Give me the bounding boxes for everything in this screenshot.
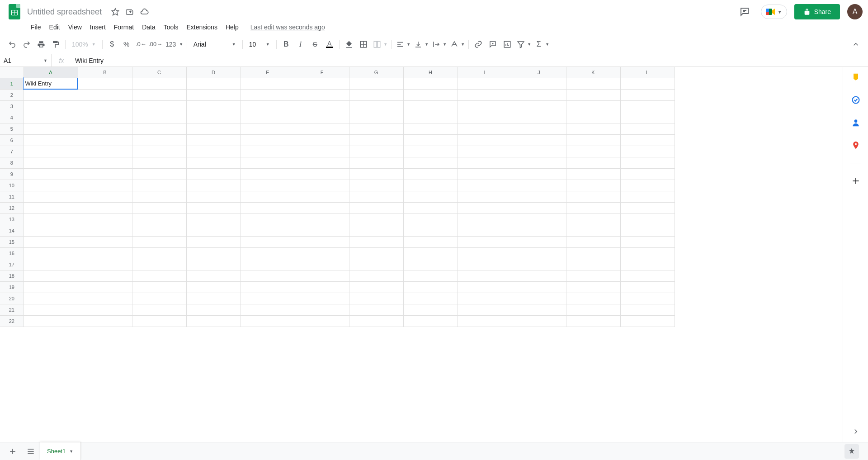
cell[interactable]	[295, 134, 349, 146]
cell[interactable]	[403, 281, 458, 293]
comments-button[interactable]	[736, 3, 754, 21]
cell[interactable]	[512, 134, 566, 146]
cell[interactable]	[295, 146, 349, 157]
cell[interactable]	[241, 202, 295, 213]
row-header[interactable]: 18	[0, 270, 24, 281]
currency-button[interactable]: $	[105, 38, 119, 51]
cell[interactable]	[620, 112, 675, 123]
cell[interactable]	[24, 146, 78, 157]
cloud-status-icon[interactable]	[140, 7, 149, 16]
row-header[interactable]: 11	[0, 191, 24, 202]
sheets-logo[interactable]	[5, 3, 24, 21]
cell[interactable]	[295, 78, 349, 89]
cell[interactable]	[241, 123, 295, 134]
cell[interactable]	[132, 78, 186, 89]
cell[interactable]	[24, 259, 78, 270]
cell[interactable]	[349, 259, 403, 270]
redo-button[interactable]	[20, 38, 33, 51]
add-addon-button[interactable]	[851, 176, 861, 186]
cell[interactable]	[186, 123, 241, 134]
maps-icon[interactable]	[851, 140, 861, 150]
increase-decimal-button[interactable]: .00→	[149, 38, 162, 51]
row-header[interactable]: 2	[0, 89, 24, 100]
column-header[interactable]: K	[566, 67, 620, 78]
cell[interactable]	[241, 247, 295, 259]
cell[interactable]	[24, 270, 78, 281]
cell[interactable]	[458, 270, 512, 281]
cell[interactable]	[620, 225, 675, 236]
cell[interactable]	[241, 236, 295, 247]
formula-input[interactable]: Wiki Entry	[71, 57, 868, 64]
column-header[interactable]: F	[295, 67, 349, 78]
cell[interactable]	[512, 89, 566, 100]
cell[interactable]	[186, 315, 241, 327]
cell[interactable]	[24, 293, 78, 304]
cell[interactable]	[403, 123, 458, 134]
cell[interactable]	[512, 123, 566, 134]
cell[interactable]	[458, 202, 512, 213]
cell[interactable]	[132, 259, 186, 270]
cell[interactable]	[24, 134, 78, 146]
cell[interactable]: Wiki Entry	[24, 78, 78, 89]
cell[interactable]	[132, 315, 186, 327]
cell[interactable]	[620, 281, 675, 293]
fill-color-button[interactable]	[342, 38, 356, 51]
cell[interactable]	[512, 304, 566, 315]
cell[interactable]	[349, 180, 403, 191]
row-header[interactable]: 5	[0, 123, 24, 134]
font-size-select[interactable]: 10 ▼	[245, 41, 274, 48]
cell[interactable]	[78, 225, 132, 236]
cell[interactable]	[566, 213, 620, 225]
cell[interactable]	[403, 180, 458, 191]
name-box[interactable]: A1 ▼	[0, 54, 52, 66]
cell[interactable]	[349, 146, 403, 157]
cell[interactable]	[241, 146, 295, 157]
percent-button[interactable]: %	[120, 38, 133, 51]
cell[interactable]	[458, 236, 512, 247]
cell[interactable]	[403, 112, 458, 123]
cell[interactable]	[566, 146, 620, 157]
select-all-cell[interactable]	[0, 67, 24, 78]
number-format-select[interactable]: 123 ▼	[163, 38, 184, 51]
cell[interactable]	[349, 123, 403, 134]
cell[interactable]	[566, 168, 620, 180]
row-header[interactable]: 13	[0, 213, 24, 225]
cell[interactable]	[403, 168, 458, 180]
cell[interactable]	[458, 315, 512, 327]
cell[interactable]	[24, 180, 78, 191]
cell[interactable]	[295, 236, 349, 247]
cell[interactable]	[458, 112, 512, 123]
cell[interactable]	[566, 202, 620, 213]
cell[interactable]	[349, 247, 403, 259]
cell[interactable]	[24, 281, 78, 293]
cell[interactable]	[186, 259, 241, 270]
cell[interactable]	[620, 78, 675, 89]
cell[interactable]	[566, 270, 620, 281]
cell[interactable]	[512, 180, 566, 191]
cell[interactable]	[24, 315, 78, 327]
keep-icon[interactable]	[851, 72, 861, 82]
cell[interactable]	[458, 213, 512, 225]
cell[interactable]	[78, 146, 132, 157]
cell[interactable]	[186, 236, 241, 247]
cell[interactable]	[241, 180, 295, 191]
cell[interactable]	[566, 304, 620, 315]
cell[interactable]	[349, 134, 403, 146]
cell[interactable]	[620, 191, 675, 202]
cell[interactable]	[458, 134, 512, 146]
row-header[interactable]: 3	[0, 100, 24, 112]
cell[interactable]	[512, 259, 566, 270]
cell[interactable]	[132, 281, 186, 293]
cell[interactable]	[78, 236, 132, 247]
cell[interactable]	[620, 202, 675, 213]
row-header[interactable]: 6	[0, 134, 24, 146]
row-header[interactable]: 12	[0, 202, 24, 213]
cell[interactable]	[349, 270, 403, 281]
cell[interactable]	[186, 157, 241, 168]
cell[interactable]	[620, 134, 675, 146]
cell[interactable]	[512, 270, 566, 281]
cell[interactable]	[24, 123, 78, 134]
column-header[interactable]: L	[620, 67, 675, 78]
cell[interactable]	[512, 78, 566, 89]
cell[interactable]	[566, 180, 620, 191]
